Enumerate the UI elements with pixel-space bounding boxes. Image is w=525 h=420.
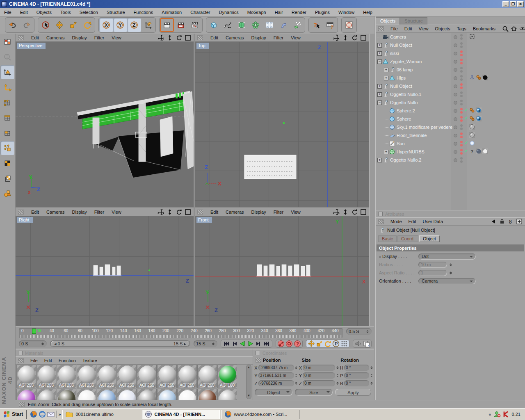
material-tile[interactable]: ACI 255 — [16, 365, 36, 388]
timeline-range-slider[interactable]: ◂ 0 S 15 S ▸ — [50, 340, 190, 347]
menu-structure[interactable]: Structure — [107, 10, 125, 15]
render-picture-viewer-button[interactable] — [174, 18, 188, 32]
materials-menu-file[interactable]: File — [30, 358, 38, 363]
g-black-icon[interactable] — [482, 75, 488, 80]
g-matdark-icon[interactable] — [476, 148, 482, 154]
layer-dot[interactable] — [454, 142, 457, 146]
material-tile[interactable]: ACI 100 — [217, 365, 237, 388]
pan-icon[interactable] — [158, 209, 164, 215]
current-frame-marker[interactable] — [32, 329, 36, 334]
visibility-dots[interactable] — [460, 50, 463, 56]
zoomv-icon[interactable] — [167, 209, 173, 215]
tree-row-oggetto-nullo-1[interactable]: +Oggetto Nullo.1 — [376, 90, 525, 98]
coord-mode-dropdown[interactable]: Object — [255, 389, 292, 396]
make-editable-button[interactable] — [0, 35, 14, 49]
viewport-menu-edit[interactable]: Edit — [210, 210, 218, 215]
skip-end-button[interactable] — [263, 340, 271, 347]
drag-handle-icon[interactable] — [18, 358, 24, 363]
stepper-icon[interactable] — [336, 365, 339, 371]
stepper-icon[interactable] — [211, 341, 215, 347]
menu-edit[interactable]: Edit — [20, 10, 28, 15]
anim-dot-icon[interactable] — [379, 256, 381, 258]
expand-icon[interactable]: + — [384, 76, 388, 80]
visibility-dots[interactable] — [460, 75, 463, 81]
g-matblue-icon[interactable] — [476, 116, 482, 121]
task-0001cinema-ultimo[interactable]: 0001cinema ultimo — [62, 410, 140, 419]
viewport-menu-edit[interactable]: Edit — [31, 210, 39, 215]
viewport-menu-display[interactable]: Display — [251, 210, 266, 215]
rotatev-icon[interactable] — [176, 209, 182, 215]
drag-handle-icon[interactable] — [197, 35, 203, 40]
attributes-collapse-checkbox[interactable] — [378, 212, 383, 216]
perspective-canvas[interactable]: Perspective Y Z X — [16, 42, 194, 207]
k-copy-button[interactable] — [362, 340, 370, 347]
menu-animation[interactable]: Animation — [162, 10, 182, 15]
material-tile[interactable]: ACI 255 — [197, 365, 217, 388]
restore-button[interactable]: ❐ — [510, 1, 516, 7]
coordinates-collapse-checkbox[interactable] — [256, 351, 260, 355]
zoomv-icon[interactable] — [167, 34, 173, 41]
g-beans-icon[interactable] — [469, 116, 475, 121]
stepper-icon[interactable] — [370, 381, 373, 386]
maximize-icon[interactable] — [360, 34, 367, 41]
material-tile[interactable]: ACI 255 — [37, 365, 56, 388]
viewport-menu-display[interactable]: Display — [72, 35, 87, 40]
rotation-h-field[interactable]: 0 ° — [344, 365, 369, 371]
layer-dot[interactable] — [454, 68, 457, 72]
viewport-menu-view[interactable]: View — [291, 210, 301, 215]
rotation-p-field[interactable]: 0 ° — [344, 372, 369, 379]
redo-button[interactable] — [20, 18, 34, 32]
drag-handle-icon[interactable] — [18, 35, 24, 40]
k-points-button[interactable] — [340, 340, 348, 347]
menu-dynamics[interactable]: Dynamics — [219, 10, 239, 15]
material-tile[interactable]: ACI 255 — [137, 365, 157, 388]
record-key-button[interactable] — [277, 340, 285, 347]
menu-objects[interactable]: Objects — [37, 10, 52, 15]
material-tile[interactable] — [157, 389, 177, 400]
g-light-icon[interactable] — [469, 140, 475, 146]
aspect-ratio-field[interactable]: 1 — [418, 270, 447, 276]
add-particles-button[interactable] — [290, 18, 304, 32]
tree-row-06-lamp[interactable]: +06 lamp — [376, 66, 525, 74]
menu-selection[interactable]: Selection — [80, 10, 98, 15]
k-sound-button[interactable] — [354, 340, 362, 347]
model-mode-button[interactable] — [0, 65, 14, 79]
move-button[interactable] — [52, 18, 66, 32]
display-filter-button[interactable] — [0, 187, 14, 201]
om-menu-bookmarks[interactable]: Bookmarks — [473, 26, 495, 31]
messenger-icon[interactable] — [493, 411, 501, 418]
zoomv-icon[interactable] — [342, 209, 349, 215]
visibility-dots[interactable] — [460, 116, 463, 122]
menu-window[interactable]: Window — [338, 10, 354, 15]
k-param-button[interactable]: P — [332, 340, 340, 347]
render-view-button[interactable] — [160, 18, 174, 32]
expand-icon[interactable]: + — [384, 68, 388, 72]
om-menu-file[interactable]: File — [390, 26, 398, 31]
om-menu-edit[interactable]: Edit — [404, 26, 412, 31]
size-z-field[interactable]: 0 m — [303, 380, 335, 386]
materials-collapse-checkbox[interactable] — [18, 351, 23, 355]
live-selection-button[interactable] — [39, 18, 52, 32]
undo-button[interactable] — [6, 18, 20, 32]
tab-objects[interactable]: Objects — [376, 17, 400, 25]
add-array-button[interactable] — [249, 18, 262, 32]
g-question-icon[interactable]: ? — [469, 148, 475, 154]
visibility-dots[interactable] — [460, 108, 463, 114]
material-tile[interactable] — [117, 389, 137, 400]
visibility-dots[interactable] — [460, 100, 463, 105]
stepper-icon[interactable] — [294, 365, 298, 371]
modeling-expand-button[interactable] — [262, 18, 276, 32]
layer-dot[interactable] — [454, 117, 457, 121]
current-time-field[interactable]: 0 S — [19, 340, 47, 347]
tree-row-null-object[interactable]: +Null Object — [376, 82, 525, 90]
add-deformer-button[interactable] — [276, 18, 290, 32]
zoomv-icon[interactable] — [342, 34, 349, 41]
texture-axis-mode-button[interactable] — [0, 171, 14, 185]
apply-button[interactable]: Apply — [335, 389, 371, 396]
om-menu-tags[interactable]: Tags — [457, 26, 466, 31]
viewport-menu-view[interactable]: View — [112, 210, 121, 215]
tree-row-sun[interactable]: Sun✓ — [376, 139, 525, 148]
visibility-dots[interactable] — [460, 157, 463, 163]
rotate-button[interactable] — [80, 18, 94, 32]
om-menu-objects[interactable]: Objects — [435, 26, 450, 31]
